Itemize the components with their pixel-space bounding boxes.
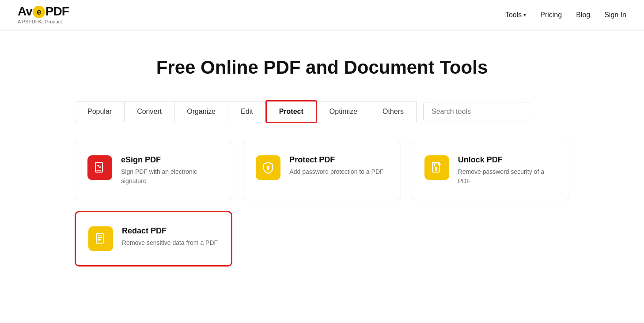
svg-rect-2 [267,168,269,170]
tabs-container: PopularConvertOrganizeEditProtectOptimiz… [75,100,569,123]
logo-subtitle: A PSPDFKit Product [18,19,69,24]
nav-tools-link[interactable]: Tools [505,11,522,19]
search-input[interactable] [423,102,529,121]
main-content: Free Online PDF and Document Tools Popul… [57,30,587,284]
tool-name-unlock: Unlock PDF [458,155,557,165]
tab-popular[interactable]: Popular [75,101,125,122]
svg-rect-5 [436,169,437,171]
tab-optimize[interactable]: Optimize [317,101,370,122]
tool-name-esign: eSign PDF [121,155,220,165]
tool-name-protect: Protect PDF [289,155,383,165]
search-tab-container [423,102,529,121]
tab-organize[interactable]: Organize [174,101,228,122]
svg-rect-7 [98,237,102,238]
tab-others[interactable]: Others [370,101,417,122]
tool-card-redact[interactable]: Redact PDFRemove sensitive data from a P… [75,211,232,267]
protect-icon [256,155,280,180]
tool-info-protect: Protect PDFAdd password protection to a … [289,155,383,177]
tool-desc-unlock: Remove password security of a PDF [458,167,557,186]
nav: Tools ▾ Pricing Blog Sign In [505,11,626,19]
tool-info-unlock: Unlock PDFRemove password security of a … [458,155,557,186]
tools-grid: eSign PDFSign PDF with an electronic sig… [75,141,569,267]
tool-desc-protect: Add password protection to a PDF [289,167,383,177]
redact-icon [88,226,113,251]
page-title: Free Online PDF and Document Tools [75,57,569,78]
logo[interactable]: AvePDF A PSPDFKit Product [18,5,69,25]
logo-text-pdf: PDF [45,4,69,18]
tool-card-unlock[interactable]: Unlock PDFRemove password security of a … [412,141,569,200]
logo-e-icon: e [33,6,45,18]
unlock-icon [424,155,449,180]
esign-icon [87,155,112,180]
tool-card-protect[interactable]: Protect PDFAdd password protection to a … [243,141,401,200]
chevron-down-icon: ▾ [523,12,526,18]
nav-blog-link[interactable]: Blog [576,11,590,19]
tab-protect[interactable]: Protect [265,100,317,123]
tab-convert[interactable]: Convert [124,101,174,122]
svg-rect-9 [98,235,102,236]
nav-tools[interactable]: Tools ▾ [505,11,526,19]
tool-card-esign[interactable]: eSign PDFSign PDF with an electronic sig… [75,141,232,200]
logo-text-avo: Av [18,4,32,18]
tool-info-esign: eSign PDFSign PDF with an electronic sig… [121,155,220,186]
tool-desc-esign: Sign PDF with an electronic signature [121,167,220,186]
header: AvePDF A PSPDFKit Product Tools ▾ Pricin… [0,0,644,30]
tool-desc-redact: Remove sensitive data from a PDF [122,238,218,248]
svg-point-4 [435,167,437,169]
nav-pricing-link[interactable]: Pricing [540,11,562,19]
svg-rect-8 [98,239,101,240]
tab-edit[interactable]: Edit [228,101,266,122]
tool-name-redact: Redact PDF [122,226,218,236]
tool-info-redact: Redact PDFRemove sensitive data from a P… [122,226,218,248]
nav-signin-link[interactable]: Sign In [604,11,626,19]
